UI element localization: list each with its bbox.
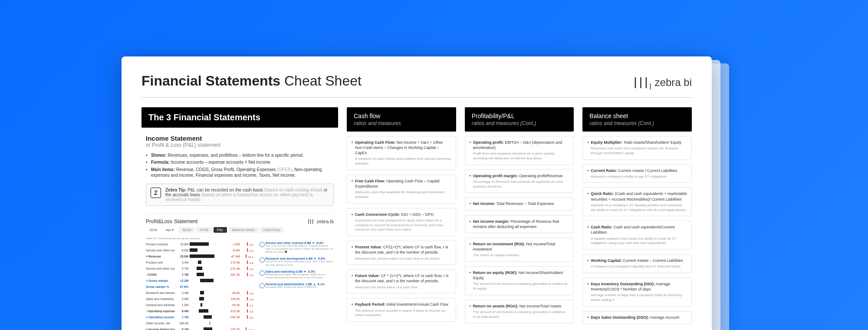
brand-name: zebra bi: [655, 76, 692, 89]
ratio-card: Operating profit margin: Operating profi…: [465, 169, 574, 193]
ratio-card: Equity Multiplier: Total Assets/Sharehol…: [582, 136, 692, 160]
tab-active: P&L: [214, 227, 227, 233]
chart-annotations: Service and other revenue 8.0M ▼ -0.4%Jo…: [260, 241, 334, 330]
section-header-profitability: Profitability/P&L ratios and measures (C…: [465, 107, 574, 132]
chart-title: Profit&Loss Statement: [146, 218, 197, 224]
pl-chart: Profit&Loss Statement ||| zebra bi 2018 …: [146, 214, 334, 330]
column-cashflow: Cash flow ratios and measures Operating …: [347, 107, 456, 330]
column-balance-sheet: Balance sheet ratios and measures (Cont.…: [582, 107, 692, 330]
pl-table: Product revenue19.8M-1.0M-5.5Service and…: [146, 241, 253, 330]
ratio-card: Current Ratio: Current Assets / Current …: [582, 164, 692, 183]
tab: Cash Flow: [260, 227, 283, 233]
bullet-shows: Shows: Revenues, expenses, and profit/lo…: [146, 152, 334, 158]
chart-brand: ||| zebra bi: [307, 218, 334, 224]
ratio-card: Days Sales Outstanding (DSO): Average Ac…: [582, 311, 692, 324]
ratio-card: Future Value: CF * (1+r)^t, where CF is …: [347, 269, 456, 294]
ratio-card: Return on assets (ROA): Net Income/Total…: [465, 300, 574, 323]
tab: AC03: [179, 227, 194, 233]
ratio-card: Quick Ratio: (Cash and cash equivalents …: [582, 187, 692, 216]
income-statement-subtitle: or Profit & Loss (P&L) statement: [146, 142, 334, 148]
ratio-card: Net income margin: Percentage of Revenue…: [465, 215, 574, 233]
ratio-card: Cash Conversion Cycle: DIO + DSO – DPOEx…: [347, 208, 456, 237]
bullet-main-items: Main items: Revenue, COGS, Gross Profit,…: [146, 167, 334, 178]
ratio-card: Payback Period: Initial investment/Annua…: [347, 298, 456, 322]
ratio-card: Operating Cash Flow: Net Income + D&A + …: [347, 136, 456, 170]
page-title: Financial Statements Cheat Sheet: [141, 73, 362, 89]
section-header-statements: The 3 Financial Statements: [141, 107, 338, 128]
column-statements: The 3 Financial Statements Income Statem…: [141, 107, 338, 330]
income-statement-title: Income Statement: [146, 135, 334, 142]
ratio-card: Free Cash Flow: Operating Cash Flow – Ca…: [347, 175, 456, 204]
section-header-cashflow: Cash flow ratios and measures: [347, 107, 456, 132]
ratio-card: Present Value: CF/(1+r)^t, where CF is c…: [347, 241, 456, 265]
chart-tab-bar: 2018 Apr ▾ AC03 FY03 P&L Balance Sheet C…: [146, 227, 334, 233]
brand-logo: |||| zebra bi: [632, 76, 692, 89]
ratio-card: Working Capital: Current Assets – Curren…: [582, 254, 692, 273]
section-header-balance-sheet: Balance sheet ratios and measures (Cont.…: [582, 107, 692, 132]
zebra-icon: Z: [151, 188, 161, 198]
ratio-card: Net income: Total Revenues – Total Expen…: [465, 197, 574, 210]
bullet-formula: Formula: Income accounts – expense accou…: [146, 159, 334, 165]
logo-mark-icon: ||||: [632, 76, 651, 89]
ratio-card: Return on investment (ROI): Net income/T…: [465, 238, 574, 262]
ratio-card: Operating profit: EBITDA – D&A (deprecia…: [465, 136, 574, 165]
document-page: Financial Statements Cheat Sheet |||| ze…: [122, 56, 712, 330]
tab: FY03: [196, 227, 211, 233]
ratio-card: Days Inventory Outstanding (DIO): Averag…: [582, 277, 692, 307]
year-selector: 2018: [146, 227, 161, 233]
zebra-tip-box: Z Zebra Tip: P&L can be recorded on the …: [146, 184, 334, 206]
tab: Balance Sheet: [229, 227, 258, 233]
ratio-card: Cash Ratio: Cash and cash equivalents/Cu…: [582, 221, 692, 250]
ratio-card: Return on equity (ROE): Net Income/Share…: [465, 266, 574, 295]
column-profitability: Profitability/P&L ratios and measures (C…: [465, 107, 574, 330]
page-header: Financial Statements Cheat Sheet |||| ze…: [141, 73, 692, 98]
